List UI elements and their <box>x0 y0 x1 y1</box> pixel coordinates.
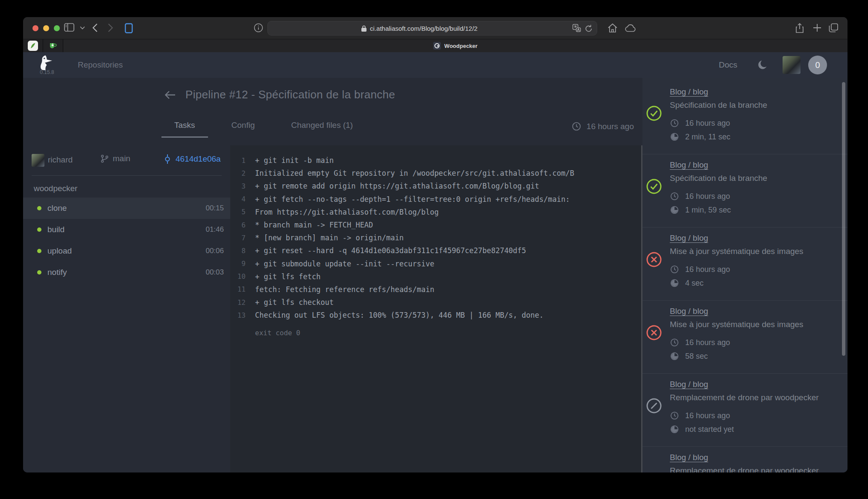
build-repo-link[interactable]: Blog / blog <box>670 380 839 389</box>
browser-toolbar: ci.athaliasoft.com/Blog/blog/build/12/2 <box>23 17 847 39</box>
clock-icon <box>670 192 679 201</box>
zoom-window-button[interactable] <box>54 25 60 31</box>
pipeline-tabs: Tasks Config Changed files (1) 16 hours … <box>23 112 642 145</box>
build-message: Remplacement de drone par woodpecker <box>670 466 839 472</box>
commit-link[interactable]: 4614d1e06a <box>163 154 221 164</box>
log-line: 1+ git init -b main <box>230 154 642 167</box>
tab-overview-icon[interactable] <box>829 23 839 33</box>
gitea-favicon <box>49 42 57 50</box>
back-button[interactable] <box>92 23 98 32</box>
step-build[interactable]: build 01:46 <box>23 219 230 240</box>
nav-repositories-link[interactable]: Repositories <box>78 60 123 70</box>
page-scrollbar[interactable] <box>842 82 845 356</box>
not-started-status-icon <box>646 398 662 414</box>
commit-info-bar: richard main 4614d1e06a <box>23 145 230 175</box>
build-duration: not started yet <box>685 425 734 434</box>
build-repo-link[interactable]: Blog / blog <box>670 160 839 170</box>
branch-info: main <box>100 154 130 163</box>
safari-window: ci.athaliasoft.com/Blog/blog/build/12/2 <box>23 17 847 472</box>
build-time: 16 hours ago <box>685 192 730 201</box>
exit-code: exit code 0 <box>230 329 642 337</box>
step-upload[interactable]: upload 00:06 <box>23 240 230 262</box>
log-line: 2Initialized empty Git repository in /wo… <box>230 167 642 180</box>
log-line: 5From https://git.athaliasoft.com/Blog/b… <box>230 206 642 218</box>
build-duration: 1 min, 59 sec <box>685 206 731 215</box>
build-entry[interactable]: Blog / blog Spécification de la branche … <box>642 81 847 154</box>
build-repo-link[interactable]: Blog / blog <box>670 87 839 97</box>
build-message: Mise à jour systématique des images <box>670 247 839 256</box>
build-history-sidebar: Blog / blog Spécification de la branche … <box>642 77 847 472</box>
step-group-label: woodpecker <box>34 184 230 193</box>
pinned-tab-2[interactable] <box>43 39 63 52</box>
build-repo-link[interactable]: Blog / blog <box>670 307 839 316</box>
page-info-icon[interactable] <box>254 23 263 32</box>
page-title: Pipeline #12 - Spécification de la branc… <box>185 88 395 101</box>
failure-status-icon <box>646 251 662 268</box>
log-line: 9+ git submodule update --init --recursi… <box>230 257 642 270</box>
close-window-button[interactable] <box>32 25 38 31</box>
step-success-dot <box>37 227 41 232</box>
build-duration: 58 sec <box>685 352 708 361</box>
translate-icon[interactable] <box>572 24 581 32</box>
woodpecker-favicon <box>433 42 441 50</box>
step-clone[interactable]: clone 00:15 <box>23 198 230 219</box>
build-repo-link[interactable]: Blog / blog <box>670 453 839 462</box>
forward-button[interactable] <box>108 23 113 32</box>
share-icon[interactable] <box>795 23 804 33</box>
minimize-window-button[interactable] <box>43 25 49 31</box>
build-message: Spécification de la branche <box>670 100 839 110</box>
pipeline-time: 16 hours ago <box>572 121 634 131</box>
home-icon[interactable] <box>607 23 618 33</box>
clock-icon <box>670 265 679 274</box>
tab-config[interactable]: Config <box>219 117 268 136</box>
log-line: 13Checking out LFS objects: 100% (573/57… <box>230 309 642 322</box>
notification-badge[interactable]: 0 <box>808 56 827 74</box>
build-duration: 4 sec <box>685 279 704 288</box>
divider <box>32 175 222 176</box>
url-text: ci.athaliasoft.com/Blog/blog/build/12/2 <box>370 25 478 32</box>
tab-title: Woodpecker <box>444 43 478 49</box>
dark-mode-toggle-icon[interactable] <box>757 59 768 71</box>
success-status-icon <box>646 178 662 195</box>
reload-icon[interactable] <box>585 24 592 32</box>
log-line: 8+ git reset --hard -q 4614d1e06a3dabf31… <box>230 244 642 257</box>
reading-list-icon[interactable] <box>125 23 133 33</box>
step-notify[interactable]: notify 00:03 <box>23 262 230 283</box>
step-success-dot <box>37 206 41 210</box>
new-tab-icon[interactable] <box>812 23 822 32</box>
duration-icon <box>670 351 679 361</box>
build-repo-link[interactable]: Blog / blog <box>670 233 839 243</box>
back-arrow-icon[interactable] <box>164 89 176 101</box>
build-entry[interactable]: Blog / blog Spécification de la branche … <box>642 154 847 227</box>
clock-icon <box>670 411 679 420</box>
build-time: 16 hours ago <box>685 411 730 420</box>
log-line: 10+ git lfs fetch <box>230 270 642 283</box>
feather-favicon <box>28 41 38 51</box>
sidebar-toggle-icon[interactable] <box>64 23 74 32</box>
success-status-icon <box>646 105 662 121</box>
tab-changed-files[interactable]: Changed files (1) <box>279 117 366 136</box>
failure-status-icon <box>646 325 662 341</box>
tab-tasks[interactable]: Tasks <box>161 117 208 138</box>
sidebar-chevron-icon[interactable] <box>80 26 85 30</box>
active-tab[interactable]: Woodpecker <box>63 39 847 52</box>
build-time: 16 hours ago <box>685 265 730 274</box>
address-bar[interactable]: ci.athaliasoft.com/Blog/blog/build/12/2 <box>267 21 597 35</box>
build-entry[interactable]: Blog / blog Remplacement de drone par wo… <box>642 374 847 447</box>
build-entry[interactable]: Blog / blog Remplacement de drone par wo… <box>642 447 847 472</box>
woodpecker-logo[interactable]: 0.15.8 <box>38 55 56 75</box>
nav-docs-link[interactable]: Docs <box>719 60 737 70</box>
build-time: 16 hours ago <box>685 338 730 347</box>
build-duration: 2 min, 11 sec <box>685 133 730 142</box>
cloud-icon[interactable] <box>625 24 636 32</box>
build-message: Spécification de la branche <box>670 174 839 183</box>
build-entry[interactable]: Blog / blog Mise à jour systématique des… <box>642 301 847 374</box>
step-success-dot <box>37 249 41 253</box>
build-entry[interactable]: Blog / blog Mise à jour systématique des… <box>642 227 847 301</box>
build-log[interactable]: 1+ git init -b main 2Initialized empty G… <box>230 145 642 472</box>
duration-icon <box>670 278 679 288</box>
build-message: Remplacement de drone par woodpecker <box>670 393 839 402</box>
user-avatar[interactable] <box>783 56 801 74</box>
app-navbar: 0.15.8 Repositories Docs 0 <box>23 52 847 78</box>
pinned-tab-1[interactable] <box>23 39 43 52</box>
